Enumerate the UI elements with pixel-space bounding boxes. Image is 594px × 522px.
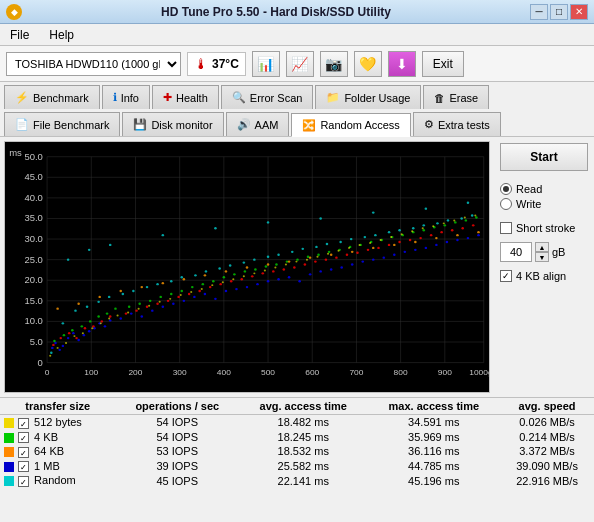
radio-write[interactable]: Write — [500, 198, 588, 210]
toolbar-btn-4[interactable]: 💛 — [354, 51, 382, 77]
tab-erase[interactable]: 🗑 Erase — [423, 85, 489, 109]
toolbar-btn-2[interactable]: 📈 — [286, 51, 314, 77]
svg-point-66 — [193, 296, 196, 298]
svg-point-222 — [326, 243, 329, 245]
tab-folder-usage[interactable]: 📁 Folder Usage — [315, 85, 421, 109]
tab-health[interactable]: ✚ Health — [152, 85, 219, 109]
chart-svg: 50.0 45.0 40.0 35.0 30.0 25.0 20.0 15.0 … — [5, 142, 489, 392]
tab-extra-tests[interactable]: ⚙ Extra tests — [413, 112, 501, 136]
cell-avg-speed: 0.214 MB/s — [500, 430, 594, 445]
svg-point-247 — [65, 342, 67, 344]
cell-label: ✓ 64 KB — [0, 444, 116, 459]
short-stroke-checkbox[interactable] — [500, 222, 512, 234]
close-button[interactable]: ✕ — [570, 4, 588, 20]
svg-text:30.0: 30.0 — [24, 234, 42, 244]
svg-point-206 — [132, 290, 135, 292]
svg-text:400: 400 — [217, 369, 232, 378]
data-table: transfer size operations / sec avg. acce… — [0, 398, 594, 488]
toolbar-btn-3[interactable]: 📷 — [320, 51, 348, 77]
tab-info[interactable]: ℹ Info — [102, 85, 150, 109]
cell-max-access: 34.591 ms — [367, 415, 500, 430]
kb-align-checkbox-item[interactable]: ✓ 4 KB align — [500, 270, 588, 282]
toolbar-btn-5[interactable]: ⬇ — [388, 51, 416, 77]
radio-write-circle[interactable] — [500, 198, 512, 210]
svg-point-140 — [89, 320, 92, 322]
table-row: ✓ 64 KB 53 IOPS 18.532 ms 36.116 ms 3.37… — [0, 444, 594, 459]
cell-avg-speed: 3.372 MB/s — [500, 444, 594, 459]
stroke-up-button[interactable]: ▲ — [535, 242, 549, 252]
tab-error-scan[interactable]: 🔍 Error Scan — [221, 85, 314, 109]
svg-point-152 — [212, 280, 215, 282]
svg-point-71 — [246, 286, 249, 288]
col-avg-access: avg. access time — [239, 398, 367, 415]
kb-align-label: 4 KB align — [516, 270, 566, 282]
short-stroke-checkbox-item[interactable]: Short stroke — [500, 222, 588, 234]
radio-read-circle[interactable] — [500, 183, 512, 195]
svg-point-207 — [146, 286, 149, 288]
svg-point-193 — [372, 247, 375, 249]
drive-select[interactable]: TOSHIBA HDWD110 (1000 gB) — [6, 52, 181, 76]
svg-point-231 — [436, 222, 439, 224]
svg-point-119 — [304, 263, 307, 265]
svg-point-234 — [471, 214, 474, 216]
svg-text:0: 0 — [45, 369, 50, 378]
svg-point-155 — [244, 270, 247, 272]
start-button[interactable]: Start — [500, 143, 588, 171]
svg-point-78 — [319, 270, 322, 272]
radio-read[interactable]: Read — [500, 183, 588, 195]
svg-point-236 — [88, 249, 91, 251]
svg-point-97 — [75, 337, 78, 339]
svg-point-269 — [285, 264, 287, 266]
cell-max-access: 36.116 ms — [367, 444, 500, 459]
tab-benchmark[interactable]: ⚡ Benchmark — [4, 85, 100, 109]
tab-random-access[interactable]: 🔀 Random Access — [291, 113, 410, 137]
cell-label: ✓ Random — [0, 473, 116, 488]
svg-point-102 — [125, 312, 128, 314]
svg-point-259 — [180, 294, 182, 296]
svg-point-121 — [325, 258, 328, 260]
svg-point-265 — [243, 275, 245, 277]
svg-point-132 — [440, 231, 443, 233]
temperature-badge: 🌡 37°C — [187, 52, 246, 76]
svg-point-91 — [456, 239, 459, 241]
minimize-button[interactable]: ─ — [530, 4, 548, 20]
svg-point-109 — [198, 290, 201, 292]
svg-point-113 — [240, 278, 243, 280]
svg-point-79 — [330, 268, 333, 270]
file-benchmark-icon: 📄 — [15, 118, 29, 131]
svg-point-180 — [98, 296, 101, 298]
svg-point-255 — [138, 308, 140, 310]
benchmark-icon: ⚡ — [15, 91, 29, 104]
svg-point-126 — [377, 247, 380, 249]
tab-file-benchmark[interactable]: 📄 File Benchmark — [4, 112, 120, 136]
svg-point-284 — [443, 222, 445, 224]
tab-aam[interactable]: 🔊 AAM — [226, 112, 290, 136]
health-label: Health — [176, 92, 208, 104]
title-bar-buttons: ─ □ ✕ — [530, 4, 588, 20]
stroke-down-button[interactable]: ▼ — [535, 252, 549, 262]
svg-point-285 — [453, 219, 455, 221]
svg-point-101 — [109, 315, 112, 317]
tab-disk-monitor[interactable]: 💾 Disk monitor — [122, 112, 223, 136]
toolbar-btn-1[interactable]: 📊 — [252, 51, 280, 77]
svg-point-64 — [172, 303, 175, 305]
benchmark-label: Benchmark — [33, 92, 89, 104]
cell-ops: 54 IOPS — [116, 430, 240, 445]
kb-align-checkbox[interactable]: ✓ — [500, 270, 512, 282]
svg-point-151 — [202, 283, 205, 285]
svg-point-107 — [177, 296, 180, 298]
svg-point-243 — [425, 207, 428, 209]
menu-help[interactable]: Help — [45, 26, 78, 44]
svg-point-110 — [209, 286, 212, 288]
stroke-value-input[interactable] — [500, 242, 532, 262]
menu-file[interactable]: File — [6, 26, 33, 44]
svg-point-252 — [108, 317, 110, 319]
svg-point-282 — [422, 227, 424, 229]
extra-tests-label: Extra tests — [438, 119, 490, 131]
svg-point-158 — [275, 263, 278, 265]
svg-point-208 — [156, 283, 159, 285]
exit-button[interactable]: Exit — [422, 51, 464, 77]
svg-point-210 — [181, 276, 184, 278]
temperature-value: 37°C — [212, 57, 239, 71]
restore-button[interactable]: □ — [550, 4, 568, 20]
